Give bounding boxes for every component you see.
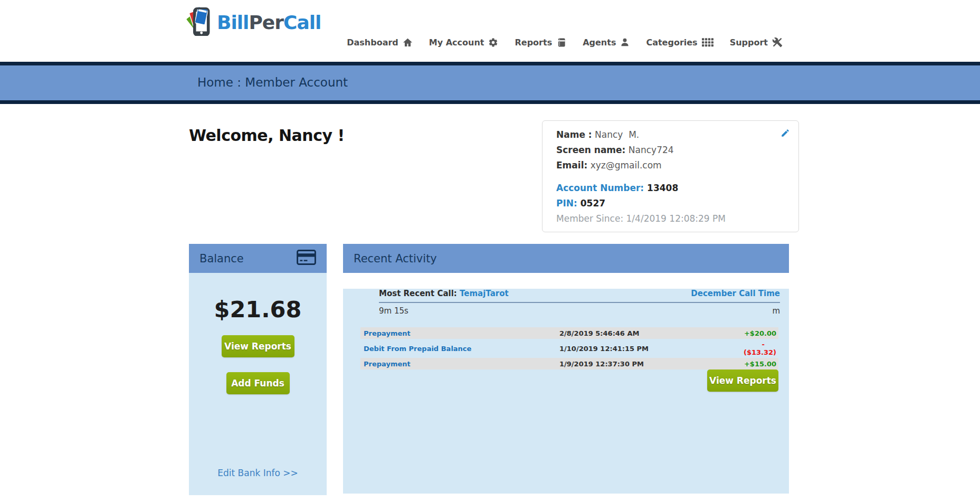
view-reports-button[interactable]: View Reports bbox=[222, 335, 294, 357]
pencil-icon bbox=[781, 129, 790, 140]
balance-card-body: $21.68 View Reports Add Funds Edit Bank … bbox=[189, 273, 327, 495]
balance-card-header: Balance bbox=[189, 244, 327, 273]
period-call-time-link[interactable]: December Call Time bbox=[691, 289, 780, 298]
nav-label-support: Support bbox=[730, 37, 768, 48]
call-duration-row: 9m 15s m bbox=[379, 306, 780, 316]
name-label: Name : bbox=[556, 129, 592, 140]
recent-activity-body: Most Recent Call: TemajTarot December Ca… bbox=[343, 289, 789, 494]
balance-card: Balance $21.68 View Reports Add Funds Ed… bbox=[189, 244, 327, 495]
home-icon bbox=[403, 37, 413, 48]
grid-icon bbox=[702, 38, 713, 47]
transaction-date: 1/9/2019 12:37:30 PM bbox=[559, 360, 720, 368]
profile-screenname-row: Screen name: Nancy724 bbox=[556, 143, 785, 158]
transaction-date: 1/10/2019 12:41:15 PM bbox=[559, 345, 720, 353]
balance-title: Balance bbox=[199, 252, 244, 265]
transaction-type-link[interactable]: Debit From Prepaid Balance bbox=[360, 345, 559, 353]
breadcrumb-bar: Home : Member Account bbox=[0, 62, 980, 104]
ledger-icon bbox=[556, 37, 566, 48]
email-value: xyz@gmail.com bbox=[587, 160, 661, 171]
logo-wordmark: BillPerCall bbox=[217, 12, 321, 33]
nav-item-agents[interactable]: Agents bbox=[583, 37, 630, 48]
tools-icon bbox=[772, 37, 783, 48]
nav-label-agents: Agents bbox=[583, 37, 616, 48]
gear-icon bbox=[488, 37, 498, 48]
transaction-date: 2/8/2019 5:46:46 AM bbox=[559, 329, 720, 337]
pin-value: 0527 bbox=[577, 198, 605, 209]
nav-label-my-account: My Account bbox=[429, 37, 484, 48]
transaction-amount: +$20.00 bbox=[720, 329, 778, 337]
account-number-value: 13408 bbox=[644, 183, 678, 193]
most-recent-call-row: Most Recent Call: TemajTarot December Ca… bbox=[379, 289, 780, 303]
recent-activity-card: Recent Activity Most Recent Call: TemajT… bbox=[343, 244, 789, 494]
most-recent-call-label: Most Recent Call: bbox=[379, 289, 460, 298]
balance-amount: $21.68 bbox=[189, 273, 327, 322]
transaction-amount-sign: - bbox=[720, 340, 776, 348]
profile-spacer bbox=[556, 173, 785, 181]
main-content: Welcome, Nancy ! Name : Nancy M. Screen … bbox=[0, 104, 980, 502]
name-value: Nancy M. bbox=[592, 129, 640, 140]
profile-account-number-row: Account Number: 13408 bbox=[556, 181, 785, 196]
nav-label-categories: Categories bbox=[646, 37, 697, 48]
nav-label-dashboard: Dashboard bbox=[347, 37, 398, 48]
account-number-label: Account Number: bbox=[556, 183, 644, 193]
nav-item-categories[interactable]: Categories bbox=[646, 37, 713, 48]
transaction-type-link[interactable]: Prepayment bbox=[360, 360, 559, 368]
table-row: Prepayment 2/8/2019 5:46:46 AM +$20.00 bbox=[360, 327, 778, 339]
member-account-page: BillPerCall Dashboard My Account Reports bbox=[0, 0, 980, 502]
recent-activity-header: Recent Activity bbox=[343, 244, 789, 273]
profile-name-row: Name : Nancy M. bbox=[556, 127, 785, 143]
add-funds-button[interactable]: Add Funds bbox=[226, 372, 290, 394]
credit-card-icon bbox=[297, 250, 316, 267]
nav-item-my-account[interactable]: My Account bbox=[429, 37, 499, 48]
nav-label-reports: Reports bbox=[515, 37, 552, 48]
period-unit: m bbox=[772, 306, 780, 316]
transaction-amount-value: ($13.32) bbox=[720, 348, 776, 356]
nav-item-reports[interactable]: Reports bbox=[515, 37, 566, 48]
profile-pin-row: PIN: 0527 bbox=[556, 196, 785, 211]
table-row: Prepayment 1/9/2019 12:37:30 PM +$15.00 bbox=[360, 358, 778, 370]
transaction-amount: - ($13.32) bbox=[720, 340, 778, 356]
pin-label: PIN: bbox=[556, 198, 577, 209]
screen-name-value: Nancy724 bbox=[625, 145, 673, 155]
screen-name-label: Screen name: bbox=[556, 145, 625, 155]
transaction-amount: +$15.00 bbox=[720, 360, 778, 368]
nav-item-dashboard[interactable]: Dashboard bbox=[347, 37, 413, 48]
profile-card: Name : Nancy M. Screen name: Nancy724 Em… bbox=[542, 120, 799, 232]
most-recent-call: Most Recent Call: TemajTarot bbox=[379, 289, 509, 298]
top-header: BillPerCall Dashboard My Account Reports bbox=[0, 0, 980, 62]
nav-item-support[interactable]: Support bbox=[730, 37, 783, 48]
most-recent-call-link[interactable]: TemajTarot bbox=[460, 289, 509, 298]
table-row: Debit From Prepaid Balance 1/10/2019 12:… bbox=[360, 339, 778, 358]
edit-profile-button[interactable] bbox=[781, 128, 790, 140]
transactions-table: Prepayment 2/8/2019 5:46:46 AM +$20.00 D… bbox=[360, 327, 778, 370]
recent-activity-title: Recent Activity bbox=[354, 252, 437, 265]
main-nav: Dashboard My Account Reports Agents bbox=[347, 37, 783, 48]
activity-view-reports-button[interactable]: View Reports bbox=[707, 370, 778, 392]
breadcrumb: Home : Member Account bbox=[197, 75, 348, 89]
transaction-type-link[interactable]: Prepayment bbox=[360, 329, 559, 337]
member-since: Member Since: 1/4/2019 12:08:29 PM bbox=[556, 211, 785, 226]
logo-phone-icon bbox=[186, 6, 213, 38]
user-icon bbox=[620, 37, 630, 47]
activity-actions: View Reports bbox=[343, 370, 778, 392]
profile-email-row: Email: xyz@gmail.com bbox=[556, 158, 785, 173]
call-duration: 9m 15s bbox=[379, 306, 408, 316]
page-title: Welcome, Nancy ! bbox=[189, 126, 345, 145]
billpercall-logo[interactable]: BillPerCall bbox=[186, 6, 321, 38]
edit-bank-info-link[interactable]: Edit Bank Info >> bbox=[189, 468, 327, 478]
email-label: Email: bbox=[556, 160, 587, 171]
